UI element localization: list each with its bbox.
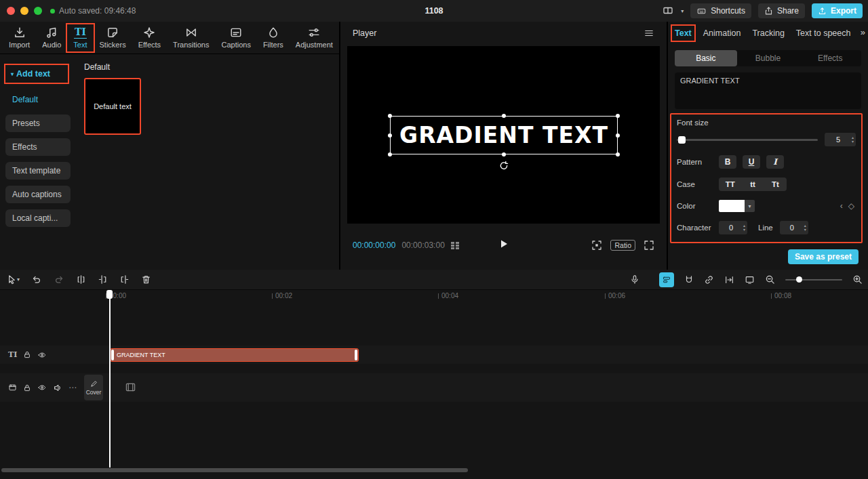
handle-bottom-center[interactable] [502, 152, 506, 157]
subtab-bubble[interactable]: Bubble [737, 50, 800, 66]
underline-button[interactable]: U [743, 155, 760, 169]
preview-text[interactable]: GRADIENT TEXT [391, 117, 617, 154]
timeline-zoom-slider[interactable] [785, 279, 842, 280]
tab-text[interactable]: Text [675, 28, 692, 38]
subtab-basic[interactable]: Basic [675, 50, 737, 66]
handle-bottom-left[interactable] [388, 152, 392, 157]
tool-adjustment[interactable]: Adjustment [291, 25, 338, 50]
rotate-handle-icon[interactable] [499, 161, 509, 173]
play-button[interactable] [499, 239, 509, 251]
auto-ripple-button[interactable] [724, 275, 734, 285]
character-spacing-box[interactable]: 0 ▴▾ [719, 221, 747, 234]
handle-bottom-right[interactable] [616, 152, 620, 157]
record-voiceover-button[interactable] [630, 274, 639, 285]
link-clips-button[interactable] [704, 275, 714, 285]
playhead-line[interactable] [109, 290, 111, 467]
layout-caret-down-icon[interactable]: ▾ [681, 8, 684, 14]
sidebar-item-auto-captions[interactable]: Auto captions [5, 186, 71, 203]
tool-stickers[interactable]: Stickers [95, 25, 131, 50]
eyedropper-icon[interactable]: ◇ [848, 201, 854, 211]
preview-axis-button[interactable] [745, 275, 755, 285]
tab-tracking[interactable]: Tracking [752, 28, 784, 38]
zoom-window-button[interactable] [34, 7, 42, 15]
frame-grid-icon[interactable] [451, 242, 459, 249]
close-window-button[interactable] [7, 7, 15, 15]
italic-button[interactable]: I [766, 155, 784, 169]
zoom-in-button[interactable] [852, 274, 863, 285]
handle-mid-right[interactable] [616, 133, 620, 138]
font-size-slider[interactable] [677, 139, 818, 141]
sidebar-item-presets[interactable]: Presets [5, 114, 71, 132]
collapse-chevron-icon[interactable]: ‹ [840, 201, 843, 211]
tool-filters[interactable]: Filters [258, 25, 288, 50]
eye-icon[interactable] [37, 383, 47, 392]
select-tool-button[interactable]: ▾ [7, 274, 20, 285]
bold-button[interactable]: B [719, 155, 736, 169]
tool-transitions[interactable]: Transitions [168, 25, 214, 50]
timeline-zoom-thumb[interactable] [796, 276, 802, 283]
redo-button[interactable] [54, 274, 64, 285]
clip-left-handle[interactable] [111, 350, 114, 360]
eye-icon[interactable] [37, 351, 47, 359]
tab-text-to-speech[interactable]: Text to speech [796, 28, 851, 38]
sidebar-item-effects[interactable]: Effects [5, 138, 71, 156]
uppercase-button[interactable]: TT [719, 178, 741, 191]
handle-top-center[interactable] [502, 114, 506, 118]
speaker-icon[interactable] [53, 383, 62, 392]
more-options-icon[interactable]: ⋯ [68, 383, 77, 392]
add-text-button[interactable]: ▾ Add text [7, 66, 66, 81]
handle-mid-left[interactable] [388, 133, 392, 138]
delete-right-button[interactable] [119, 274, 130, 285]
split-button[interactable] [76, 274, 86, 285]
text-clip[interactable]: GRADIENT TEXT [110, 348, 359, 362]
delete-button[interactable] [141, 274, 151, 285]
zoom-out-button[interactable] [765, 274, 775, 285]
timeline-scrollbar[interactable] [1, 468, 468, 472]
player-menu-icon[interactable] [644, 28, 654, 38]
sidebar-item-text-template[interactable]: Text template [5, 162, 71, 180]
fit-view-icon[interactable] [591, 240, 602, 251]
shortcuts-button[interactable]: Shortcuts [690, 3, 751, 18]
main-track-magnet-button[interactable] [659, 272, 674, 287]
delete-left-button[interactable] [98, 274, 108, 285]
lowercase-button[interactable]: tt [741, 178, 764, 191]
lock-icon[interactable] [23, 383, 31, 392]
color-picker-dropdown[interactable]: ▾ [719, 200, 755, 212]
font-size-value-box[interactable]: 5 ▴▾ [825, 133, 856, 146]
timeline-ruler[interactable]: 00:00 00:02 00:04 00:06 00:08 [0, 290, 868, 302]
playhead-handle[interactable] [106, 290, 113, 299]
sidebar-item-default[interactable]: Default [5, 91, 71, 108]
tab-animation[interactable]: Animation [703, 28, 741, 38]
video-preview[interactable]: GRADIENT TEXT [347, 46, 660, 224]
export-button[interactable]: Export [812, 3, 863, 18]
video-track-icon[interactable] [8, 383, 17, 392]
sidebar-item-local-captions[interactable]: Local capti... [5, 209, 71, 227]
default-text-card[interactable]: Default text [84, 78, 141, 135]
save-as-preset-button[interactable]: Save as preset [788, 249, 859, 264]
tool-text[interactable]: TI Text [68, 26, 92, 50]
ratio-button[interactable]: Ratio [610, 240, 635, 251]
handle-top-right[interactable] [616, 114, 620, 118]
tabs-overflow-icon[interactable]: » [858, 27, 865, 37]
fullscreen-icon[interactable] [644, 240, 654, 251]
cover-button[interactable]: Cover [84, 375, 103, 400]
media-placeholder-icon[interactable] [125, 382, 136, 395]
minimize-window-button[interactable] [20, 7, 28, 15]
font-size-stepper[interactable]: ▴▾ [852, 136, 856, 144]
line-spacing-stepper[interactable]: ▴▾ [804, 224, 808, 232]
share-button[interactable]: Share [758, 3, 805, 18]
handle-top-left[interactable] [388, 114, 392, 118]
tool-import[interactable]: Import [4, 25, 35, 50]
clip-right-handle[interactable] [355, 350, 357, 360]
lock-icon[interactable] [23, 350, 31, 359]
snapping-button[interactable] [684, 275, 694, 285]
line-spacing-box[interactable]: 0 ▴▾ [780, 221, 808, 234]
font-size-slider-thumb[interactable] [678, 136, 686, 144]
text-content-input[interactable]: GRADIENT TEXT [675, 72, 861, 109]
undo-button[interactable] [31, 274, 42, 285]
tool-captions[interactable]: Captions [216, 25, 255, 50]
layout-icon[interactable] [662, 5, 674, 16]
titlecase-button[interactable]: Tt [764, 178, 787, 191]
character-spacing-stepper[interactable]: ▴▾ [743, 224, 747, 232]
tool-audio[interactable]: Audio [37, 25, 66, 50]
